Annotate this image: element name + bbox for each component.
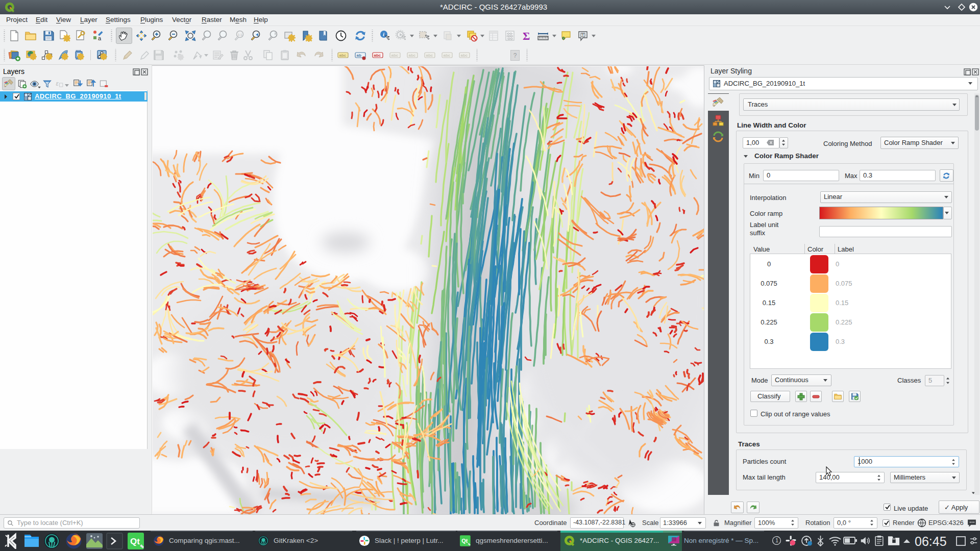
- svg-text:Qt: Qt: [130, 537, 140, 546]
- svg-text:abc: abc: [461, 53, 468, 58]
- svg-text:abc: abc: [409, 53, 416, 58]
- svg-text:abc: abc: [374, 53, 381, 58]
- svg-text:1:1: 1:1: [238, 33, 242, 36]
- svg-text:ab: ab: [357, 53, 361, 58]
- svg-text:Σ: Σ: [523, 30, 530, 42]
- svg-text:T: T: [582, 33, 584, 37]
- svg-text:abc: abc: [391, 53, 399, 58]
- svg-text:ε: ε: [56, 80, 59, 87]
- svg-text:1: 1: [775, 538, 778, 543]
- svg-text:a: a: [98, 35, 102, 41]
- svg-text:abc: abc: [339, 53, 347, 58]
- svg-text:abc: abc: [444, 53, 451, 58]
- svg-text:abc: abc: [426, 53, 433, 58]
- svg-text:Qt: Qt: [461, 538, 468, 544]
